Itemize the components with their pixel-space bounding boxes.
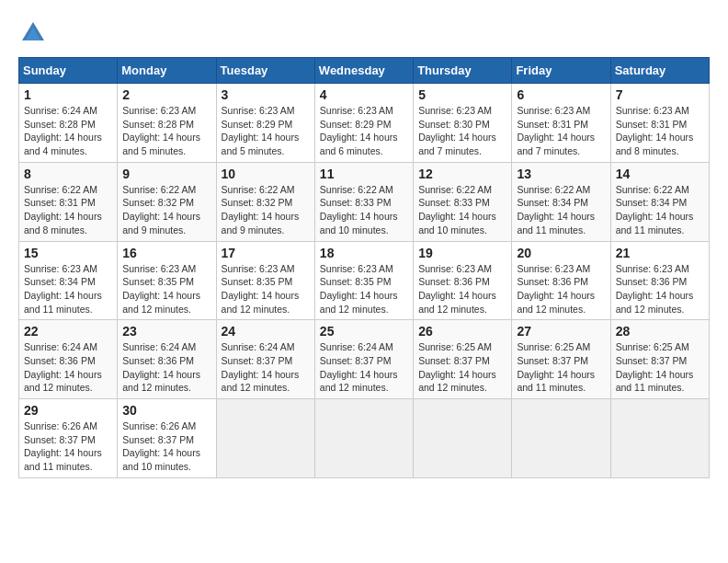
calendar-cell: 3Sunrise: 6:23 AMSunset: 8:29 PMDaylight… bbox=[216, 84, 314, 163]
day-info: Sunrise: 6:26 AMSunset: 8:37 PMDaylight:… bbox=[24, 419, 112, 474]
day-info: Sunrise: 6:22 AMSunset: 8:34 PMDaylight:… bbox=[616, 183, 704, 237]
calendar-week-row: 1Sunrise: 6:24 AMSunset: 8:28 PMDaylight… bbox=[19, 84, 710, 163]
day-info: Sunrise: 6:23 AMSunset: 8:28 PMDaylight:… bbox=[122, 104, 210, 158]
day-number: 5 bbox=[418, 87, 506, 102]
day-info: Sunrise: 6:22 AMSunset: 8:33 PMDaylight:… bbox=[320, 183, 408, 237]
day-number: 8 bbox=[24, 167, 112, 181]
day-number: 18 bbox=[320, 246, 408, 260]
day-number: 9 bbox=[122, 167, 210, 181]
day-info: Sunrise: 6:23 AMSunset: 8:35 PMDaylight:… bbox=[320, 262, 408, 316]
calendar-cell: 25Sunrise: 6:24 AMSunset: 8:37 PMDayligh… bbox=[314, 320, 413, 399]
calendar-week-row: 29Sunrise: 6:26 AMSunset: 8:37 PMDayligh… bbox=[19, 399, 710, 478]
day-info: Sunrise: 6:26 AMSunset: 8:37 PMDaylight:… bbox=[122, 419, 210, 474]
day-number: 24 bbox=[222, 324, 310, 339]
day-number: 21 bbox=[616, 246, 704, 260]
header-friday: Friday bbox=[512, 58, 610, 84]
calendar-cell bbox=[414, 399, 512, 478]
calendar-week-row: 15Sunrise: 6:23 AMSunset: 8:34 PMDayligh… bbox=[19, 241, 710, 320]
day-info: Sunrise: 6:23 AMSunset: 8:29 PMDaylight:… bbox=[222, 104, 310, 158]
day-number: 10 bbox=[222, 167, 310, 181]
day-number: 28 bbox=[616, 324, 704, 339]
day-info: Sunrise: 6:23 AMSunset: 8:34 PMDaylight:… bbox=[24, 262, 112, 316]
calendar-cell: 27Sunrise: 6:25 AMSunset: 8:37 PMDayligh… bbox=[512, 320, 610, 399]
calendar-cell: 2Sunrise: 6:23 AMSunset: 8:28 PMDaylight… bbox=[118, 84, 216, 163]
day-number: 27 bbox=[517, 324, 605, 339]
day-number: 17 bbox=[222, 246, 310, 260]
day-info: Sunrise: 6:23 AMSunset: 8:31 PMDaylight:… bbox=[517, 104, 605, 158]
calendar-cell: 7Sunrise: 6:23 AMSunset: 8:31 PMDaylight… bbox=[610, 84, 709, 163]
calendar-table: SundayMondayTuesdayWednesdayThursdayFrid… bbox=[18, 57, 710, 478]
day-number: 14 bbox=[616, 167, 704, 181]
calendar-week-row: 8Sunrise: 6:22 AMSunset: 8:31 PMDaylight… bbox=[19, 162, 710, 241]
calendar-cell: 26Sunrise: 6:25 AMSunset: 8:37 PMDayligh… bbox=[414, 320, 512, 399]
day-info: Sunrise: 6:23 AMSunset: 8:36 PMDaylight:… bbox=[616, 262, 704, 316]
calendar-cell: 19Sunrise: 6:23 AMSunset: 8:36 PMDayligh… bbox=[414, 241, 512, 320]
day-number: 22 bbox=[24, 324, 112, 339]
calendar-cell: 4Sunrise: 6:23 AMSunset: 8:29 PMDaylight… bbox=[314, 84, 413, 163]
page-header bbox=[18, 18, 710, 48]
day-info: Sunrise: 6:25 AMSunset: 8:37 PMDaylight:… bbox=[616, 340, 704, 395]
header-tuesday: Tuesday bbox=[216, 58, 314, 84]
day-number: 30 bbox=[122, 403, 210, 418]
day-info: Sunrise: 6:22 AMSunset: 8:31 PMDaylight:… bbox=[24, 183, 112, 237]
calendar-cell bbox=[216, 399, 314, 478]
calendar-cell: 18Sunrise: 6:23 AMSunset: 8:35 PMDayligh… bbox=[314, 241, 413, 320]
header-saturday: Saturday bbox=[610, 58, 709, 84]
day-number: 3 bbox=[222, 87, 310, 102]
calendar-cell: 15Sunrise: 6:23 AMSunset: 8:34 PMDayligh… bbox=[19, 241, 118, 320]
logo bbox=[18, 18, 51, 48]
calendar-week-row: 22Sunrise: 6:24 AMSunset: 8:36 PMDayligh… bbox=[19, 320, 710, 399]
calendar-cell: 11Sunrise: 6:22 AMSunset: 8:33 PMDayligh… bbox=[314, 162, 413, 241]
header-wednesday: Wednesday bbox=[314, 58, 413, 84]
day-info: Sunrise: 6:25 AMSunset: 8:37 PMDaylight:… bbox=[418, 340, 506, 395]
day-number: 15 bbox=[24, 246, 112, 260]
calendar-cell bbox=[512, 399, 610, 478]
day-number: 19 bbox=[418, 246, 506, 260]
day-number: 29 bbox=[24, 403, 112, 418]
day-number: 2 bbox=[122, 87, 210, 102]
calendar-cell: 20Sunrise: 6:23 AMSunset: 8:36 PMDayligh… bbox=[512, 241, 610, 320]
calendar-cell: 24Sunrise: 6:24 AMSunset: 8:37 PMDayligh… bbox=[216, 320, 314, 399]
calendar-cell: 30Sunrise: 6:26 AMSunset: 8:37 PMDayligh… bbox=[118, 399, 216, 478]
header-monday: Monday bbox=[118, 58, 216, 84]
day-number: 7 bbox=[616, 87, 704, 102]
day-number: 13 bbox=[517, 167, 605, 181]
day-number: 20 bbox=[517, 246, 605, 260]
calendar-cell: 17Sunrise: 6:23 AMSunset: 8:35 PMDayligh… bbox=[216, 241, 314, 320]
calendar-cell: 23Sunrise: 6:24 AMSunset: 8:36 PMDayligh… bbox=[118, 320, 216, 399]
calendar-cell: 12Sunrise: 6:22 AMSunset: 8:33 PMDayligh… bbox=[414, 162, 512, 241]
day-number: 26 bbox=[418, 324, 506, 339]
day-info: Sunrise: 6:24 AMSunset: 8:28 PMDaylight:… bbox=[24, 104, 112, 158]
day-info: Sunrise: 6:22 AMSunset: 8:34 PMDaylight:… bbox=[517, 183, 605, 237]
day-info: Sunrise: 6:23 AMSunset: 8:35 PMDaylight:… bbox=[122, 262, 210, 316]
calendar-cell: 1Sunrise: 6:24 AMSunset: 8:28 PMDaylight… bbox=[19, 84, 118, 163]
calendar-cell: 14Sunrise: 6:22 AMSunset: 8:34 PMDayligh… bbox=[610, 162, 709, 241]
day-number: 16 bbox=[122, 246, 210, 260]
day-info: Sunrise: 6:23 AMSunset: 8:31 PMDaylight:… bbox=[616, 104, 704, 158]
day-info: Sunrise: 6:25 AMSunset: 8:37 PMDaylight:… bbox=[517, 340, 605, 395]
day-number: 23 bbox=[122, 324, 210, 339]
calendar-cell: 16Sunrise: 6:23 AMSunset: 8:35 PMDayligh… bbox=[118, 241, 216, 320]
day-info: Sunrise: 6:23 AMSunset: 8:29 PMDaylight:… bbox=[320, 104, 408, 158]
day-info: Sunrise: 6:22 AMSunset: 8:32 PMDaylight:… bbox=[122, 183, 210, 237]
calendar-cell: 10Sunrise: 6:22 AMSunset: 8:32 PMDayligh… bbox=[216, 162, 314, 241]
day-info: Sunrise: 6:24 AMSunset: 8:37 PMDaylight:… bbox=[222, 340, 310, 395]
calendar-cell bbox=[314, 399, 413, 478]
calendar-cell: 6Sunrise: 6:23 AMSunset: 8:31 PMDaylight… bbox=[512, 84, 610, 163]
day-info: Sunrise: 6:23 AMSunset: 8:30 PMDaylight:… bbox=[418, 104, 506, 158]
day-info: Sunrise: 6:23 AMSunset: 8:36 PMDaylight:… bbox=[418, 262, 506, 316]
calendar-cell: 13Sunrise: 6:22 AMSunset: 8:34 PMDayligh… bbox=[512, 162, 610, 241]
day-number: 25 bbox=[320, 324, 408, 339]
day-info: Sunrise: 6:24 AMSunset: 8:37 PMDaylight:… bbox=[320, 340, 408, 395]
day-number: 12 bbox=[418, 167, 506, 181]
day-info: Sunrise: 6:24 AMSunset: 8:36 PMDaylight:… bbox=[24, 340, 112, 395]
day-number: 4 bbox=[320, 87, 408, 102]
logo-icon bbox=[18, 18, 48, 48]
calendar-cell: 5Sunrise: 6:23 AMSunset: 8:30 PMDaylight… bbox=[414, 84, 512, 163]
day-info: Sunrise: 6:23 AMSunset: 8:35 PMDaylight:… bbox=[222, 262, 310, 316]
day-number: 11 bbox=[320, 167, 408, 181]
day-number: 1 bbox=[24, 87, 112, 102]
day-info: Sunrise: 6:22 AMSunset: 8:33 PMDaylight:… bbox=[418, 183, 506, 237]
header-thursday: Thursday bbox=[414, 58, 512, 84]
calendar-cell bbox=[610, 399, 709, 478]
